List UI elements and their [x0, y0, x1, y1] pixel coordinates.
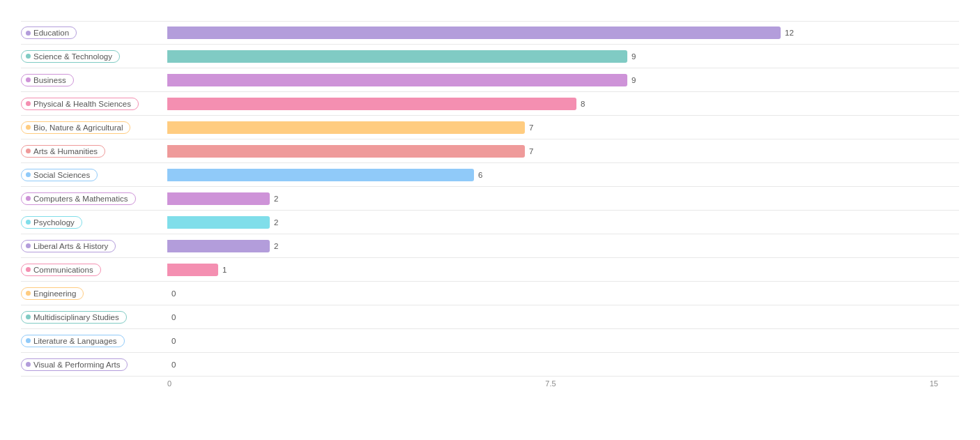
- label-area: Visual & Performing Arts: [21, 358, 167, 371]
- pill-dot: [26, 149, 31, 153]
- label-pill: Physical & Health Sciences: [21, 98, 139, 110]
- bar-label: Bio, Nature & Agricultural: [33, 123, 123, 132]
- bar-container: 12: [167, 25, 959, 40]
- bar-row: Education 12: [21, 21, 959, 45]
- bar: [167, 26, 781, 39]
- pill-dot: [26, 291, 31, 296]
- label-area: Literature & Languages: [21, 335, 167, 347]
- bar-row: Arts & Humanities 7: [21, 139, 959, 163]
- pill-dot: [26, 338, 31, 343]
- bar-row: Multidisciplinary Studies 0: [21, 305, 959, 329]
- bar-container: 8: [167, 96, 959, 112]
- pill-dot: [26, 314, 31, 319]
- bar-value: 0: [171, 289, 176, 298]
- bar-row: Business 9: [21, 68, 959, 92]
- bar-value: 2: [274, 218, 278, 227]
- bar-container: 9: [167, 73, 959, 88]
- bar-row: Computers & Mathematics 2: [21, 187, 959, 211]
- bar-container: 2: [167, 238, 959, 254]
- bar-label: Education: [33, 29, 69, 37]
- label-area: Education: [21, 26, 167, 39]
- label-area: Science & Technology: [21, 50, 167, 63]
- label-pill: Social Sciences: [21, 169, 98, 181]
- label-pill: Science & Technology: [21, 50, 120, 63]
- label-area: Communications: [21, 264, 167, 276]
- bar-label: Visual & Performing Arts: [33, 361, 120, 369]
- label-pill: Business: [21, 74, 74, 86]
- bar-label: Psychology: [33, 218, 75, 227]
- bar-container: 0: [167, 310, 959, 325]
- label-pill: Education: [21, 26, 77, 39]
- bar-row: Psychology 2: [21, 211, 959, 234]
- bar-container: 0: [167, 286, 959, 301]
- label-pill: Visual & Performing Arts: [21, 358, 128, 371]
- bar-label: Business: [33, 76, 66, 84]
- bar-value: 7: [529, 147, 533, 155]
- label-area: Liberal Arts & History: [21, 240, 167, 252]
- label-area: Multidisciplinary Studies: [21, 311, 167, 324]
- bar-container: 6: [167, 167, 959, 183]
- bar-row: Engineering 0: [21, 282, 959, 305]
- bar-container: 2: [167, 215, 959, 230]
- bar-value: 0: [171, 313, 176, 321]
- bar-label: Liberal Arts & History: [33, 242, 108, 250]
- label-area: Business: [21, 74, 167, 86]
- bar-container: 1: [167, 262, 959, 278]
- bar-container: 0: [167, 357, 959, 372]
- bar-container: 2: [167, 191, 959, 206]
- bar-row: Communications 1: [21, 258, 959, 282]
- bar: [167, 74, 627, 86]
- bar-label: Computers & Mathematics: [33, 195, 128, 203]
- bar-row: Science & Technology 9: [21, 45, 959, 68]
- bar-value: 2: [274, 195, 278, 203]
- label-pill: Psychology: [21, 216, 82, 229]
- bar-row: Bio, Nature & Agricultural 7: [21, 116, 959, 139]
- bar-row: Social Sciences 6: [21, 163, 959, 187]
- label-pill: Literature & Languages: [21, 335, 125, 347]
- label-area: Engineering: [21, 287, 167, 300]
- bar-row: Visual & Performing Arts 0: [21, 353, 959, 377]
- bar-label: Science & Technology: [33, 52, 112, 61]
- pill-dot: [26, 362, 31, 367]
- bar-value: 12: [785, 29, 794, 37]
- chart-area: Education 12 Science & Technology 9 Busi…: [21, 21, 959, 377]
- bar-label: Multidisciplinary Studies: [33, 313, 119, 321]
- label-area: Psychology: [21, 216, 167, 229]
- pill-dot: [26, 172, 31, 177]
- label-area: Computers & Mathematics: [21, 192, 167, 205]
- pill-dot: [26, 101, 31, 106]
- label-pill: Liberal Arts & History: [21, 240, 116, 252]
- bar: [167, 121, 525, 134]
- bar-row: Literature & Languages 0: [21, 329, 959, 353]
- bar-container: 0: [167, 333, 959, 349]
- bar-value: 9: [631, 52, 636, 61]
- label-pill: Multidisciplinary Studies: [21, 311, 127, 324]
- bar-value: 8: [581, 100, 585, 108]
- pill-dot: [26, 267, 31, 272]
- bar-label: Arts & Humanities: [33, 147, 98, 155]
- bar-label: Engineering: [33, 289, 76, 298]
- bar-container: 9: [167, 49, 959, 64]
- label-pill: Arts & Humanities: [21, 145, 105, 158]
- pill-dot: [26, 54, 31, 59]
- bar: [167, 169, 474, 181]
- bar-value: 9: [631, 76, 636, 84]
- label-area: Arts & Humanities: [21, 145, 167, 158]
- bar-label: Communications: [33, 266, 93, 274]
- label-pill: Bio, Nature & Agricultural: [21, 121, 130, 134]
- bar: [167, 192, 270, 205]
- label-area: Bio, Nature & Agricultural: [21, 121, 167, 134]
- pill-dot: [26, 243, 31, 248]
- chart-container: Education 12 Science & Technology 9 Busi…: [0, 0, 980, 440]
- bar: [167, 145, 525, 158]
- bar-value: 0: [171, 337, 176, 345]
- bar-row: Physical & Health Sciences 8: [21, 92, 959, 116]
- x-axis-tick: 15: [930, 379, 938, 388]
- x-axis-ticks: 07.515: [167, 379, 938, 388]
- bar: [167, 216, 270, 229]
- bar-label: Physical & Health Sciences: [33, 100, 131, 108]
- bar: [167, 264, 218, 276]
- bar: [167, 50, 627, 63]
- x-axis-tick: 7.5: [545, 379, 556, 388]
- bar-label: Literature & Languages: [33, 337, 117, 345]
